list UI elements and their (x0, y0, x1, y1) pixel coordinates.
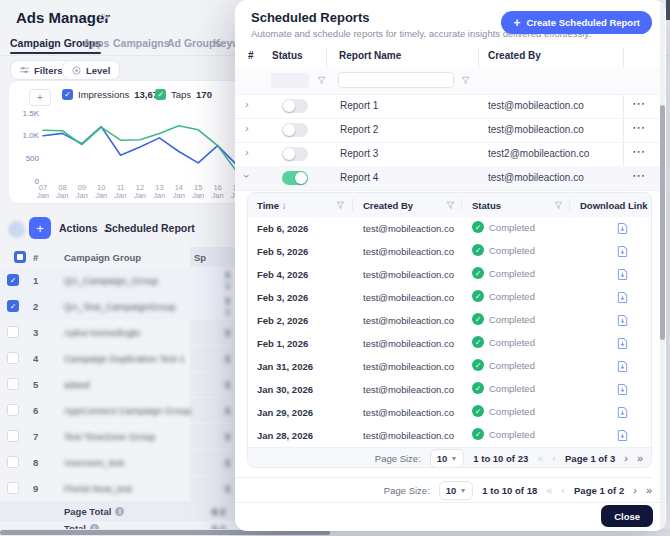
table-row[interactable]: 9Florist Now_test$ (0, 475, 235, 502)
table-row[interactable]: 5adasd$ (0, 371, 235, 398)
col-time[interactable]: Time ↓ (257, 200, 286, 211)
tab-apps[interactable]: Apps (83, 37, 109, 49)
campaign-group-name[interactable]: QA_Campaign_Group (64, 275, 158, 286)
row-number: 4 (33, 353, 38, 364)
campaign-group-name[interactable]: Campaign Duplication Test 1 (64, 353, 185, 364)
report-name-filter-input[interactable] (338, 72, 454, 88)
prev-page-icon[interactable]: ‹ (552, 453, 556, 464)
status-toggle[interactable] (282, 147, 308, 161)
row-actions-menu[interactable]: ⋯ (632, 120, 646, 135)
help-badge-icon[interactable] (8, 221, 25, 238)
filter-funnel-icon[interactable] (461, 76, 470, 85)
actions-dropdown[interactable]: Actions ⌄ (59, 222, 109, 234)
download-link-button[interactable] (616, 359, 629, 377)
detail-created-by: test@mobileaction.co (363, 269, 454, 280)
tab-campaigns[interactable]: Campaigns (113, 37, 170, 49)
select-all-checkbox[interactable] (14, 251, 26, 263)
row-actions-menu[interactable]: ⋯ (632, 168, 646, 183)
expand-chevron-icon[interactable]: › (245, 122, 249, 134)
report-row[interactable]: ›Report 1test@mobileaction.co⋯ (235, 94, 666, 119)
status-toggle[interactable] (282, 99, 308, 113)
download-link-button[interactable] (616, 267, 629, 285)
download-link-button[interactable] (616, 244, 629, 262)
filter-funnel-icon[interactable] (336, 201, 345, 210)
row-checkbox[interactable]: ✓ (7, 300, 19, 312)
prev-page-icon[interactable]: ‹ (561, 485, 565, 496)
add-button[interactable]: + (29, 217, 51, 239)
row-actions-menu[interactable]: ⋯ (632, 96, 646, 111)
level-button[interactable]: Level (62, 60, 120, 80)
page-title: Ads Manager (16, 9, 110, 26)
download-link-button[interactable] (616, 290, 629, 308)
filter-funnel-icon[interactable] (554, 201, 563, 210)
row-checkbox[interactable] (7, 456, 19, 468)
table-row[interactable]: ✓2QA_Test_CampaignGroup$ 2 (0, 293, 235, 320)
row-checkbox[interactable] (7, 378, 19, 390)
status-label: Completed (489, 314, 535, 325)
download-link-button[interactable] (616, 382, 629, 400)
row-actions-menu[interactable]: ⋯ (632, 144, 646, 159)
campaign-group-name[interactable]: adasd (64, 379, 90, 390)
download-file-icon (616, 268, 629, 281)
svg-text:Jan: Jan (95, 191, 107, 200)
campaign-group-name[interactable]: QA_Test_CampaignGroup (64, 301, 175, 312)
close-button[interactable]: Close (601, 505, 653, 527)
row-checkbox[interactable] (7, 482, 19, 494)
status-toggle[interactable] (282, 123, 308, 137)
campaign-spend: $ (225, 353, 230, 364)
filters-button-label: Filters (34, 65, 63, 76)
last-page-icon[interactable]: » (646, 485, 652, 496)
expand-chevron-icon[interactable]: › (245, 146, 249, 158)
filter-funnel-icon[interactable] (317, 76, 326, 85)
row-checkbox[interactable] (7, 404, 19, 416)
table-row[interactable]: 3Aykut Kemedioglu$ (0, 319, 235, 346)
refresh-icon[interactable]: ⟳ (99, 11, 109, 25)
first-page-icon[interactable]: « (546, 485, 552, 496)
row-checkbox[interactable] (7, 326, 19, 338)
table-row[interactable]: 4Campaign Duplication Test 1$ (0, 345, 235, 372)
expand-chevron-icon[interactable]: › (241, 174, 253, 178)
last-page-icon[interactable]: » (637, 453, 643, 464)
status-toggle[interactable] (282, 171, 308, 185)
row-checkbox[interactable] (7, 352, 19, 364)
modal-scrollbar-thumb[interactable] (660, 105, 665, 340)
table-row[interactable]: 7Test TimeZone Group$ (0, 423, 235, 450)
table-row[interactable]: 8Voscreen_test$ (0, 449, 235, 476)
page-size-label: Page Size: (375, 453, 421, 464)
row-checkbox[interactable]: ✓ (7, 274, 19, 286)
detail-row: Feb 6, 2026test@mobileaction.co✓Complete… (248, 217, 651, 241)
download-link-button[interactable] (616, 428, 629, 446)
col-status: Status (272, 50, 303, 61)
download-link-button[interactable] (616, 405, 629, 423)
filter-funnel-icon[interactable] (446, 201, 455, 210)
plus-icon: + (513, 16, 520, 30)
table-row[interactable]: ✓1QA_Campaign_Group$ 2 (0, 267, 235, 294)
info-icon[interactable]: i (115, 507, 124, 516)
expand-chevron-icon[interactable]: › (245, 98, 249, 110)
campaign-group-name[interactable]: Florist Now_test (64, 483, 132, 494)
status-filter-select[interactable] (271, 73, 309, 88)
first-page-icon[interactable]: « (537, 453, 543, 464)
row-number: 8 (33, 457, 38, 468)
campaign-group-name[interactable]: AppConnect Campaign Group (64, 405, 191, 416)
next-page-icon[interactable]: › (633, 485, 637, 496)
row-checkbox[interactable] (7, 430, 19, 442)
detail-page-size-select[interactable]: 10▼ (430, 449, 465, 468)
download-link-button[interactable] (616, 313, 629, 331)
campaign-group-name[interactable]: Voscreen_test (64, 457, 124, 468)
report-row[interactable]: ›Report 2test@mobileaction.co⋯ (235, 118, 666, 143)
next-page-icon[interactable]: › (624, 453, 628, 464)
download-link-button[interactable] (616, 221, 629, 239)
campaign-group-name[interactable]: Test TimeZone Group (64, 431, 155, 442)
scheduled-report-button[interactable]: Scheduled Report (105, 222, 195, 234)
reports-page-size-select[interactable]: 10▼ (439, 481, 474, 500)
table-row[interactable]: 6AppConnect Campaign Group$ (0, 397, 235, 424)
campaign-spend: $ 2 (225, 295, 235, 317)
create-scheduled-report-button[interactable]: + Create Scheduled Report (501, 11, 652, 34)
row-number: 9 (33, 483, 38, 494)
report-row[interactable]: ›Report 4test@mobileaction.co⋯ (235, 166, 666, 191)
campaign-group-name[interactable]: Aykut Kemedioglu (64, 327, 140, 338)
download-file-icon (616, 337, 629, 350)
report-row[interactable]: ›Report 3test2@mobileaction.co⋯ (235, 142, 666, 167)
download-link-button[interactable] (616, 336, 629, 354)
